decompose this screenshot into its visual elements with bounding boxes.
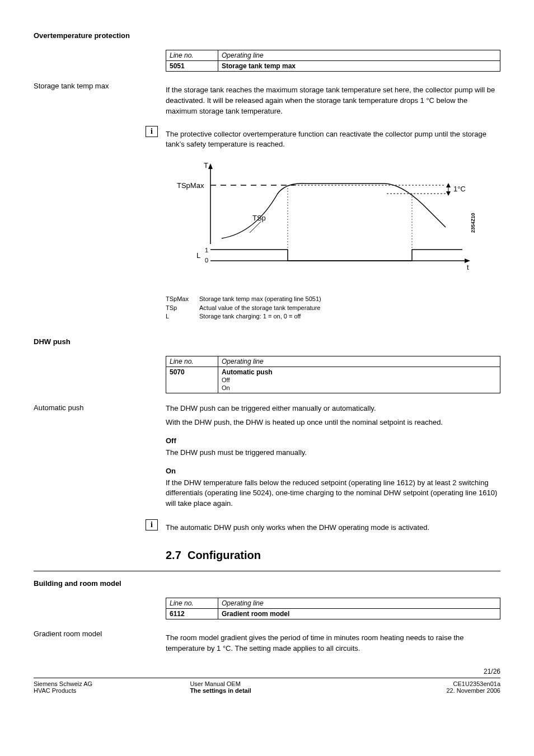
chart-xlabel: t	[467, 263, 469, 271]
footer-company: Siemens Schweiz AG	[34, 680, 188, 687]
chart-l-0: 0	[205, 257, 208, 264]
svg-marker-10	[465, 259, 470, 263]
chart-tsp-label: TSp	[252, 214, 266, 222]
footer-division: HVAC Products	[34, 687, 188, 694]
para-autopush-1: The DHW push can be triggered either man…	[166, 403, 500, 414]
tbl-cell-lineno: 5051	[166, 61, 218, 72]
tbl-hdr-opline: Operating line	[218, 50, 500, 61]
legend-key: TSpMax	[166, 295, 199, 303]
svg-marker-7	[446, 191, 451, 196]
para-storage-max: If the storage tank reaches the maximum …	[166, 85, 500, 117]
side-label-gradient: Gradient room model	[34, 630, 102, 638]
footer-chapter: The settings in detail	[190, 687, 344, 694]
tbl-cell-opname: Automatic push	[222, 368, 273, 376]
tbl-hdr-opline: Operating line	[218, 356, 500, 367]
tbl-cell-opname: Storage tank temp max	[218, 61, 500, 72]
chart-l-1: 1	[205, 247, 208, 253]
heading-configuration: 2.7 Configuration	[166, 549, 500, 562]
chart-hysteresis: T TSpMax 1°C TSp	[166, 160, 500, 290]
tbl-cell-opname: Gradient room model	[218, 608, 500, 619]
tbl-hdr-opline: Operating line	[218, 598, 500, 608]
side-label-autopush: Automatic push	[34, 403, 84, 412]
para-gradient: The room model gradient gives the period…	[166, 633, 500, 654]
footer-doc-title: User Manual OEM	[190, 680, 344, 687]
page-number: 21/26	[34, 668, 500, 675]
svg-line-8	[250, 222, 261, 233]
opline-table-5051: Line no. Operating line 5051 Storage tan…	[166, 50, 500, 72]
chart-l-label: L	[196, 251, 200, 260]
tbl-hdr-lineno: Line no.	[166, 50, 218, 61]
para-autopush-note: The automatic DHW push only works when t…	[166, 523, 500, 533]
para-autopush-2: With the DHW push, the DHW is heated up …	[166, 417, 500, 428]
info-icon: i	[146, 519, 158, 530]
tbl-hdr-lineno: Line no.	[166, 598, 218, 608]
legend-val: Actual value of the storage tank tempera…	[199, 304, 320, 312]
footer-doc-id: CE1U2353en01a	[346, 680, 500, 687]
chart-tspmax-label: TSpMax	[177, 181, 204, 190]
off-heading: Off	[166, 436, 500, 447]
tbl-cell-opcontent: Automatic push Off On	[218, 367, 500, 393]
off-text: The DHW push must be triggered manually.	[166, 448, 500, 458]
section-overtemp-title: Overtemperature protection	[34, 31, 500, 40]
chart-ylabel: T	[204, 161, 208, 170]
section-building-title: Building and room model	[34, 579, 500, 588]
svg-marker-1	[208, 163, 213, 169]
heading-text: Configuration	[188, 549, 261, 561]
divider	[34, 571, 500, 571]
on-text: If the DHW temperature falls below the r…	[166, 478, 500, 510]
chart-hyst-label: 1°C	[453, 185, 466, 193]
legend-val: Storage tank charging: 1 = on, 0 = off	[199, 312, 301, 321]
heading-number: 2.7	[166, 549, 181, 561]
tbl-cell-lineno: 5070	[166, 367, 218, 393]
legend-key: TSp	[166, 304, 199, 312]
legend-key: L	[166, 312, 199, 321]
tbl-hdr-lineno: Line no.	[166, 356, 218, 367]
legend-val: Storage tank temp max (operating line 50…	[199, 295, 321, 303]
tbl-opt: On	[222, 384, 230, 391]
opline-table-6112: Line no. Operating line 6112 Gradient ro…	[166, 598, 500, 619]
side-label-storage-max: Storage tank temp max	[34, 82, 109, 90]
opline-table-5070: Line no. Operating line 5070 Automatic p…	[166, 356, 500, 393]
chart-refcode: 2354Z10	[470, 213, 476, 233]
para-protective-note: The protective collector overtemperature…	[166, 129, 500, 151]
on-heading: On	[166, 466, 500, 477]
page-footer: Siemens Schweiz AG HVAC Products User Ma…	[34, 678, 500, 694]
section-dhwpush-title: DHW push	[34, 337, 500, 346]
info-icon: i	[146, 126, 158, 137]
footer-date: 22. November 2006	[346, 687, 500, 694]
chart-legend: TSpMaxStorage tank temp max (operating l…	[166, 295, 500, 321]
tbl-opt: Off	[222, 377, 229, 383]
tbl-cell-lineno: 6112	[166, 608, 218, 619]
svg-marker-6	[446, 183, 451, 187]
